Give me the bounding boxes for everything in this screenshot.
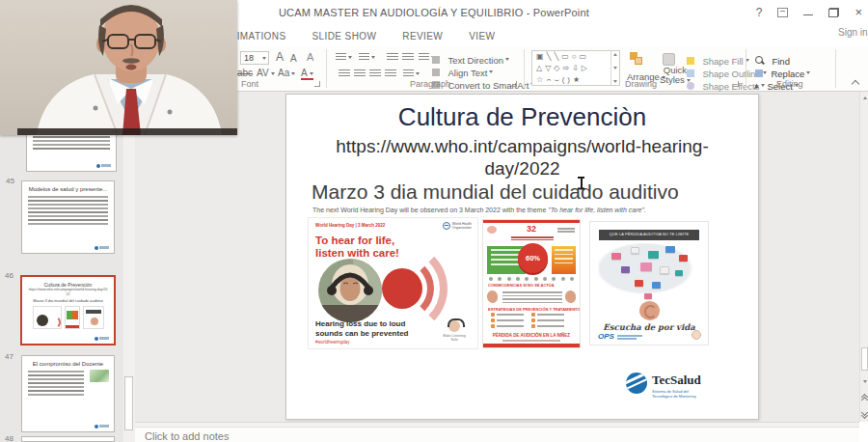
strikethrough-button[interactable]: abc	[237, 68, 253, 78]
bullets-button[interactable]	[336, 51, 352, 64]
ear-headphones-icon	[448, 320, 460, 332]
minimize-button[interactable]	[803, 8, 813, 17]
tab-slide-show[interactable]: SLIDE SHOW	[312, 31, 376, 41]
thumbnail-text-lines	[22, 196, 114, 225]
shape-effects-icon	[687, 82, 694, 90]
poster-caption: Escucha de por vida	[590, 322, 708, 332]
slide-scrollbar[interactable]	[859, 92, 868, 422]
restore-button[interactable]	[828, 8, 839, 17]
infographic-icon-row	[489, 277, 574, 281]
infographic-consequences-heading: CONSECUENCIAS SI NO SE ACTÚA	[488, 283, 555, 288]
font-dialog-launcher[interactable]	[314, 81, 320, 87]
align-center-button[interactable]	[351, 68, 367, 80]
thumbnail-image	[90, 370, 109, 382]
poster-ops-escucha-de-por-vida[interactable]: QUE LA PÉRDIDA AUDITIVA NO TE LIMITE	[589, 221, 709, 345]
poster-date: World Hearing Day | 3 March 2022	[315, 223, 385, 228]
current-slide[interactable]: Cultura de Prevenciòn https://www.who.in…	[285, 94, 759, 420]
justify-button[interactable]	[382, 68, 398, 80]
thumbnail-logo	[95, 336, 110, 341]
thumbnail-slide-45[interactable]: Modelos de salud y presente...	[21, 180, 115, 254]
drawing-group-label: Drawing	[625, 79, 657, 89]
thumbnail-slide-47[interactable]: El compromiso del Docente	[21, 355, 115, 432]
who-globe-icon	[443, 222, 450, 230]
slide-heading[interactable]: Marzo 3 dia mundial del cuidado auditivo	[312, 180, 679, 204]
drawing-dialog-launcher[interactable]	[733, 81, 739, 87]
slide-number-45: 45	[6, 177, 14, 185]
shapes-row-2[interactable]: △▽◇⇨⇩▷	[532, 63, 619, 74]
slide-number-46: 46	[5, 271, 14, 280]
scroll-up-button[interactable]	[860, 92, 868, 103]
thumbnail-slide-46-selected[interactable]: Cultura de Prevenciòn https://www.who.in…	[20, 275, 116, 345]
sign-in-link[interactable]: Sign in	[838, 27, 868, 38]
ops-logo: OPS	[598, 332, 642, 341]
close-button[interactable]: ×	[854, 8, 862, 17]
ear-photo-right	[565, 290, 576, 303]
slide-title[interactable]: Cultura de Prevenciòn	[286, 102, 758, 132]
woman-headphones-photo	[318, 259, 382, 322]
paragraph-group-label: Paragraph	[410, 79, 450, 89]
shapes-row-1[interactable]: ▣╲╲▭○▭	[532, 51, 619, 63]
shrink-font-button[interactable]: A	[290, 53, 297, 64]
poster-infographic-childhood-hearing-loss[interactable]: 32 60% CONSECUENCIAS SI NO SE ACTÚA	[482, 219, 581, 348]
change-case-button[interactable]: Aa	[278, 68, 295, 78]
collapse-ribbon-button[interactable]	[853, 81, 860, 86]
ribbon-display-options-icon[interactable]	[777, 8, 788, 17]
grow-font-button[interactable]: A	[276, 50, 284, 64]
align-left-button[interactable]	[336, 68, 352, 80]
paragraph-dialog-launcher[interactable]	[511, 81, 517, 87]
slide-canvas: Cultura de Prevenciòn https://www.who.in…	[135, 92, 859, 422]
editing-group-label: Editing	[776, 79, 803, 89]
tecsalud-globe-icon	[626, 373, 647, 394]
previous-slide-button[interactable]	[860, 391, 868, 402]
shapes-row-3[interactable]: ☆⌢⌣()★	[532, 74, 619, 86]
poster-banner: QUE LA PÉRDIDA AUDITIVA NO TE LIMITE	[599, 230, 699, 240]
thumbnail-text-lines	[22, 371, 90, 396]
select-icon	[754, 83, 760, 90]
numbering-button[interactable]	[359, 51, 375, 64]
ear-graphic	[639, 301, 660, 320]
slide-subtext: The next World Hearing Day will be obser…	[312, 207, 646, 213]
thumbnail-logo	[95, 424, 110, 428]
decrease-indent-button[interactable]	[384, 51, 400, 64]
clear-formatting-button[interactable]: A	[307, 51, 313, 63]
character-spacing-button[interactable]: AV	[257, 68, 275, 78]
help-button[interactable]: ?	[756, 6, 763, 19]
notes-placeholder[interactable]: Click to add notes	[145, 430, 229, 442]
thumbnail-posters	[22, 306, 114, 329]
shapes-gallery[interactable]: ▣╲╲▭○▭ △▽◇⇨⇩▷ ☆⌢⌣()★	[531, 50, 620, 86]
thumbnail-logo	[95, 245, 110, 250]
world-map-graphic	[598, 243, 702, 299]
infographic-strategies-grid	[491, 313, 574, 328]
poster-caption: Hearing loss due to loudsounds can be pr…	[315, 319, 408, 338]
tab-review[interactable]: REVIEW	[402, 31, 443, 41]
infographic-orange-block	[552, 246, 576, 274]
thumbnail-panel-scroll-thumb[interactable]	[124, 376, 133, 430]
scrollbar-thumb[interactable]	[861, 347, 868, 371]
notes-pane[interactable]: Click to add notes	[135, 428, 859, 442]
ear-badge-icon	[692, 330, 701, 340]
next-slide-button[interactable]	[860, 406, 868, 418]
ear-photo-left	[487, 290, 498, 303]
scroll-down-button[interactable]	[860, 375, 868, 387]
slide-thumbnail-panel: 45 Modelos de salud y presente... 46 Cul…	[0, 92, 135, 442]
slide-number-48: 48	[5, 434, 14, 442]
thumbnail-panel-scrollbar[interactable]	[123, 92, 135, 442]
font-size-combobox[interactable]: 18	[240, 51, 269, 65]
increase-indent-button[interactable]	[399, 51, 416, 64]
thumbnail-slide-48[interactable]	[21, 436, 115, 442]
presenter-video	[0, 0, 237, 135]
poster-who-hearing-day[interactable]: World Hearing Day | 3 March 2022 World H…	[308, 217, 478, 349]
webcam-overlay	[0, 0, 237, 135]
text-cursor	[577, 177, 585, 189]
infographic-60-percent-badge: 60%	[518, 243, 548, 273]
thumbnail-logo	[96, 163, 112, 168]
slide-url[interactable]: https://www.who.int/campaigns/world-hear…	[286, 135, 758, 180]
powerpoint-window: UCAM MASTER EN AUDIOLOGÍA Y EQUILIBRIO -…	[0, 0, 868, 442]
infographic-strategies-heading: ESTRATEGIAS DE PREVENCIÓN Y TRATAMIENTO	[488, 307, 581, 312]
font-group-label: Font	[241, 79, 258, 89]
font-color-button[interactable]: A	[301, 68, 313, 80]
infographic-bottom-title: PÉRDIDA DE AUDICIÓN EN LA NIÑEZ	[483, 333, 580, 338]
tab-view[interactable]: VIEW	[469, 31, 495, 41]
shapes-gallery-scrollbar[interactable]	[610, 51, 619, 85]
align-right-button[interactable]	[366, 68, 383, 80]
